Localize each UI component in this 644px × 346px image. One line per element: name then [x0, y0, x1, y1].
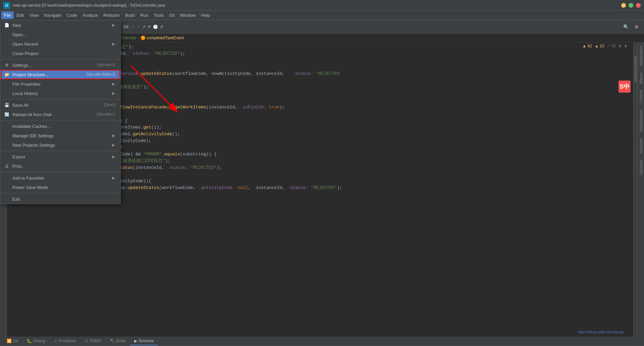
panel-favorites-right[interactable]: Favorites	[639, 160, 643, 175]
menu-item-local-history-label: Local History	[12, 91, 112, 96]
menu-item-new-projects[interactable]: New Projects Settings ▶	[0, 140, 120, 150]
menu-item-open-label: Open...	[12, 32, 115, 37]
new-arrow-icon: ▶	[112, 23, 115, 28]
menu-refactor[interactable]: Refactor	[101, 11, 122, 19]
git-history: 🕐	[153, 24, 158, 29]
favorites-arrow-icon: ▶	[112, 176, 115, 180]
expand-icon[interactable]: ∧	[619, 44, 622, 48]
menu-navigate[interactable]: Navigate	[41, 11, 64, 19]
menu-tools[interactable]: Tools	[151, 11, 166, 19]
panel-notifications[interactable]: Notifications	[639, 46, 643, 66]
menu-code[interactable]: Code	[64, 11, 80, 19]
separator-4	[0, 151, 120, 151]
menu-item-manage-ide[interactable]: Manage IDE Settings ▶	[0, 131, 120, 140]
menu-bar: File Edit View Navigate Code Analyze Ref…	[0, 11, 644, 20]
menu-item-invalidate[interactable]: Invalidate Caches...	[0, 121, 120, 131]
menu-item-print-label: Print...	[12, 164, 115, 169]
menu-item-exit-label: Exit	[12, 197, 115, 202]
menu-view[interactable]: View	[26, 11, 41, 19]
menu-item-save-all[interactable]: 💾 Save All Ctrl+S	[0, 100, 120, 110]
project-structure-icon: 📁	[4, 72, 10, 77]
ok-count: ✓ 55	[607, 44, 616, 48]
title-bar-controls[interactable]	[621, 3, 641, 8]
menu-item-export[interactable]: Export ▶	[0, 152, 120, 161]
close-button[interactable]	[636, 3, 641, 8]
blog-url: https://blog.csdn.net/ndangx	[578, 330, 624, 334]
menu-item-new-label: New	[12, 23, 112, 28]
warning-count2: ▲ 10	[595, 44, 604, 48]
menu-item-manage-ide-label: Manage IDE Settings	[12, 133, 112, 138]
panel-maven[interactable]: Maven	[639, 72, 643, 84]
vertical-scrollbar-thumb[interactable]	[634, 56, 637, 83]
settings-toolbar-button[interactable]: ⚙	[632, 22, 641, 32]
menu-item-local-history[interactable]: Local History ▶	[0, 89, 120, 98]
title-bar-left: IJ web-api-service [D:\work\newhope\newh…	[3, 2, 165, 9]
menu-item-favorites-label: Add to Favorites	[12, 176, 112, 181]
tab-git[interactable]: 🔀Git	[3, 337, 22, 345]
project-structure-shortcut: Ctrl+Alt+Shift+S	[86, 72, 115, 77]
panel-structure-right[interactable]: Structure	[639, 138, 643, 153]
menu-item-invalidate-label: Invalidate Caches...	[12, 124, 115, 129]
menu-item-file-properties[interactable]: File Properties ▶	[0, 79, 120, 89]
file-properties-arrow-icon: ▶	[112, 82, 115, 86]
menu-run[interactable]: Run	[138, 11, 151, 19]
menu-item-close-label: Close Project	[12, 51, 115, 56]
save-all-shortcut: Ctrl+S	[104, 103, 115, 107]
local-history-arrow-icon: ▶	[112, 91, 115, 96]
s-logo: S中	[619, 81, 631, 93]
tab-todo[interactable]: ☑TODO	[80, 337, 105, 345]
menu-item-open-recent[interactable]: Open Recent ▶	[0, 39, 120, 49]
menu-file[interactable]: File	[1, 11, 14, 19]
separator-3	[0, 120, 120, 120]
tab-debug[interactable]: 🐛Debug	[23, 337, 49, 345]
new-icon: 📄	[4, 23, 10, 28]
menu-item-project-structure[interactable]: 📁 Project Structure... Ctrl+Alt+Shift+S	[0, 70, 120, 79]
panel-rest-services[interactable]: RestServices	[639, 110, 643, 132]
menu-git[interactable]: Git	[166, 11, 177, 19]
menu-item-print[interactable]: 🖨 Print...	[0, 161, 120, 171]
menu-analyze[interactable]: Analyze	[80, 11, 101, 19]
git-push: ↗	[142, 24, 146, 29]
save-icon: 💾	[4, 103, 10, 107]
menu-item-reload-label: Reload All from Disk	[12, 112, 90, 117]
git-rollback: ↺	[160, 24, 163, 29]
search-toolbar-button[interactable]: 🔍	[621, 22, 631, 32]
warning-count: ▲ 62	[582, 44, 592, 48]
menu-item-file-properties-label: File Properties	[12, 82, 112, 87]
separator-6	[0, 193, 120, 193]
window-title: web-api-service [D:\work\newhope\newhope…	[13, 3, 165, 8]
menu-item-export-label: Export	[12, 154, 112, 159]
menu-build[interactable]: Build	[122, 11, 138, 19]
new-projects-arrow-icon: ▶	[112, 143, 115, 147]
panel-commit-right[interactable]: Commit	[639, 90, 643, 103]
menu-item-favorites[interactable]: Add to Favorites ▶	[0, 173, 120, 183]
title-bar: IJ web-api-service [D:\work\newhope\newh…	[0, 0, 644, 11]
menu-item-open[interactable]: Open...	[0, 30, 120, 39]
reload-icon: 🔄	[4, 112, 10, 117]
menu-item-reload[interactable]: 🔄 Reload All from Disk Ctrl+Alt+Y	[0, 110, 120, 119]
menu-item-new-projects-label: New Projects Settings	[12, 143, 112, 148]
menu-edit[interactable]: Edit	[14, 11, 26, 19]
menu-window[interactable]: Window	[177, 11, 198, 19]
print-icon: 🖨	[4, 164, 10, 168]
menu-item-close-project[interactable]: Close Project	[0, 49, 120, 58]
git-check2: ✓	[137, 24, 140, 29]
file-dropdown-panel: 📄 New ▶ Open... Open Recent ▶ Close Proj…	[0, 20, 121, 204]
maximize-button[interactable]	[629, 3, 633, 8]
separator-2	[0, 99, 120, 99]
breadcrumb-method[interactable]: 🟠 completedTaskEvent	[141, 36, 184, 40]
menu-item-exit[interactable]: Exit	[0, 194, 120, 204]
menu-item-new[interactable]: 📄 New ▶	[0, 20, 120, 30]
tab-build[interactable]: 🔨Build	[106, 337, 129, 345]
app-icon: IJ	[3, 2, 10, 9]
minimize-button[interactable]	[621, 3, 626, 8]
open-recent-arrow-icon: ▶	[112, 42, 115, 46]
git-info: Git: ✓ ✓ ↗ ⟳ 🕐 ↺	[123, 24, 163, 29]
tab-terminal[interactable]: ▶Terminal	[130, 337, 158, 345]
menu-item-settings[interactable]: ⚙ Settings... Ctrl+Alt+S	[0, 60, 120, 70]
tab-problems[interactable]: ⚠Problems	[50, 337, 80, 345]
menu-item-power-save[interactable]: Power Save Mode	[0, 183, 120, 192]
collapse-icon[interactable]: ∨	[624, 44, 627, 48]
menu-item-power-save-label: Power Save Mode	[12, 185, 115, 190]
menu-help[interactable]: Help	[198, 11, 213, 19]
